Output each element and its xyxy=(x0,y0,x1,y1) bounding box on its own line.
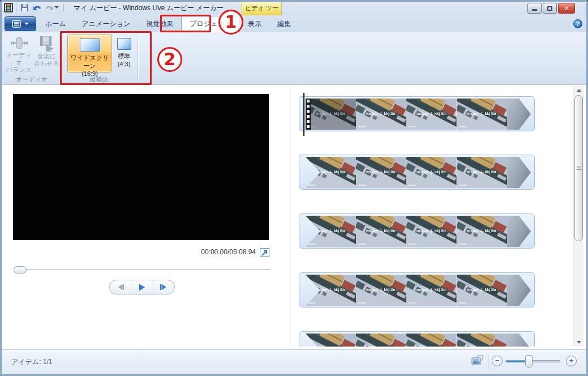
next-frame-button[interactable] xyxy=(153,280,174,294)
video-thumbnail[interactable] xyxy=(306,334,356,347)
video-thumbnail[interactable] xyxy=(356,275,406,306)
video-thumbnail[interactable] xyxy=(457,275,507,306)
video-thumbnail[interactable] xyxy=(356,334,406,347)
fit-to-music-button: 音楽に合わせる xyxy=(33,34,60,72)
contextual-tab-group-video-tools[interactable]: ビデオ ツール xyxy=(242,1,282,16)
undo-button[interactable] xyxy=(32,2,43,13)
strip-continuation-arrow xyxy=(507,334,531,347)
timecode-display: 00:00.00/05:08.94 xyxy=(170,248,256,256)
thumbnail-size-button[interactable] xyxy=(471,355,484,368)
previous-frame-icon xyxy=(117,284,125,290)
filmstrip xyxy=(306,157,531,188)
maximize-icon xyxy=(547,6,552,11)
seek-thumb[interactable] xyxy=(14,266,27,274)
filmstrip xyxy=(306,99,531,130)
play-button[interactable] xyxy=(131,280,152,294)
minimize-button[interactable] xyxy=(527,3,542,14)
scrollbar-thumb[interactable] xyxy=(574,95,583,241)
window-title: マイ ムービー - Windows Live ムービー メーカー xyxy=(74,3,224,13)
video-thumbnail[interactable] xyxy=(406,99,457,130)
filmstrip xyxy=(306,275,531,306)
seek-track[interactable] xyxy=(14,270,271,271)
timeline-playhead[interactable] xyxy=(303,93,304,136)
close-button[interactable]: ✕ xyxy=(558,3,575,14)
video-thumbnail[interactable] xyxy=(356,157,406,188)
tab-view[interactable]: 表示 xyxy=(240,16,269,32)
appmenu-caret-icon xyxy=(24,23,29,25)
save-button[interactable] xyxy=(19,2,30,13)
video-thumbnail[interactable] xyxy=(406,157,457,188)
strip-continuation-arrow xyxy=(507,99,531,130)
strip-continuation-arrow xyxy=(507,216,531,247)
timeline-row-4[interactable] xyxy=(299,272,535,307)
scroll-down-button[interactable] xyxy=(573,338,584,347)
storyboard-timeline xyxy=(291,86,572,347)
timeline-row-2[interactable] xyxy=(299,155,535,190)
video-thumbnail[interactable] xyxy=(356,216,406,247)
maximize-button[interactable] xyxy=(543,3,557,14)
play-icon xyxy=(139,284,145,291)
fullscreen-button[interactable] xyxy=(260,248,269,257)
video-thumbnail[interactable] xyxy=(457,216,507,247)
fullscreen-arrow-icon xyxy=(261,250,268,256)
video-thumbnail[interactable] xyxy=(306,157,356,188)
undo-icon xyxy=(33,4,42,12)
app-window: msber -|- kkj ibr xyxy=(0,0,588,376)
zoom-out-button[interactable]: − xyxy=(492,356,503,366)
tab-edit[interactable]: 編集 xyxy=(269,16,299,32)
next-frame-icon xyxy=(160,284,168,290)
statusbar-separator xyxy=(488,354,488,370)
help-button[interactable]: ? xyxy=(573,19,582,28)
timeline-row-3[interactable] xyxy=(299,213,535,249)
video-thumbnail[interactable] xyxy=(457,334,507,347)
scroll-up-icon xyxy=(577,89,581,92)
video-thumbnail[interactable] xyxy=(306,99,356,130)
film-sprocket-strip xyxy=(306,99,311,130)
qat-separator xyxy=(16,4,16,11)
zoom-in-button[interactable]: + xyxy=(566,356,577,366)
item-count-label: アイテム: 1/1 xyxy=(11,357,52,367)
fit-to-music-icon xyxy=(38,36,56,52)
video-thumbnail[interactable] xyxy=(406,275,457,306)
filmstrip xyxy=(306,334,531,347)
previous-frame-button[interactable] xyxy=(110,280,131,294)
timeline-row-1[interactable] xyxy=(299,96,535,131)
timeline-row-5[interactable] xyxy=(299,331,535,347)
annotation-box-aspect-group xyxy=(60,31,152,85)
redo-icon xyxy=(44,4,54,12)
annotation-box-project-tab xyxy=(160,15,211,32)
video-thumbnail[interactable] xyxy=(457,99,507,130)
video-thumbnail[interactable] xyxy=(306,275,356,306)
strip-continuation-arrow xyxy=(507,157,531,188)
tab-home[interactable]: ホーム xyxy=(37,16,74,32)
timeline-scrollbar[interactable] xyxy=(573,86,583,347)
annotation-step-2: 2 xyxy=(157,47,182,72)
status-bar: アイテム: 1/1 − + xyxy=(0,349,588,376)
audio-group-label: オーディオ xyxy=(5,75,59,84)
strip-continuation-arrow xyxy=(507,275,531,306)
minimize-icon xyxy=(532,9,537,11)
title-bar: マイ ムービー - Windows Live ムービー メーカー ビデオ ツール… xyxy=(0,0,588,15)
main-content: 00:00.00/05:08.94 xyxy=(0,86,588,349)
scrollbar-grip-icon xyxy=(577,166,581,171)
transport-controls xyxy=(109,280,175,294)
zoom-slider-thumb[interactable] xyxy=(525,355,533,368)
video-thumbnail[interactable] xyxy=(457,157,507,188)
video-preview[interactable] xyxy=(13,94,269,240)
audio-balance-icon xyxy=(10,36,29,50)
application-menu-button[interactable] xyxy=(5,16,36,31)
app-icon xyxy=(4,3,13,12)
redo-button[interactable] xyxy=(43,2,54,13)
filmstrip xyxy=(306,216,531,247)
video-thumbnail[interactable] xyxy=(406,334,457,347)
scroll-down-icon xyxy=(577,341,581,344)
qat-dropdown-icon[interactable] xyxy=(54,6,59,8)
video-thumbnail[interactable] xyxy=(306,216,356,247)
video-thumbnail[interactable] xyxy=(406,216,457,247)
thumbnail-size-icon xyxy=(471,355,484,368)
video-thumbnail[interactable] xyxy=(356,99,406,130)
close-icon: ✕ xyxy=(564,5,569,12)
audio-balance-button: オーディオバランス xyxy=(6,34,32,72)
scroll-up-button[interactable] xyxy=(573,86,584,95)
tab-animation[interactable]: アニメーション xyxy=(74,16,139,32)
